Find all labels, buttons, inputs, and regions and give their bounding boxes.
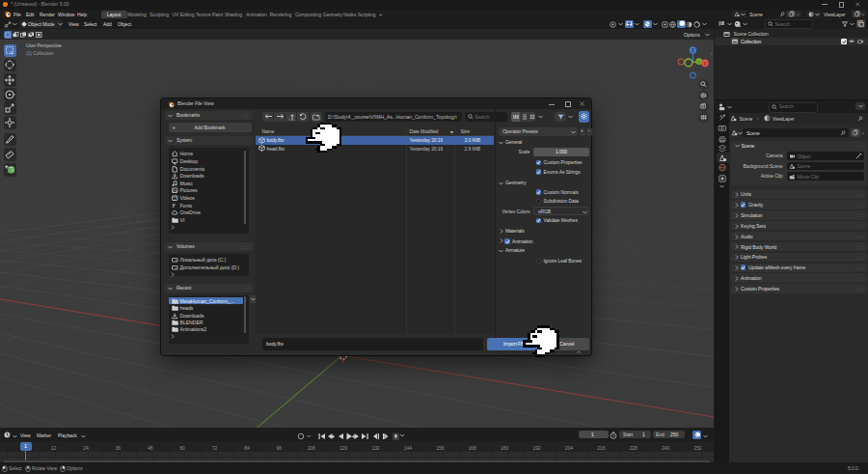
svg-text:‹: ‹	[711, 50, 713, 56]
svg-text:Z: Z	[692, 48, 694, 53]
svg-text:Y: Y	[697, 60, 700, 65]
